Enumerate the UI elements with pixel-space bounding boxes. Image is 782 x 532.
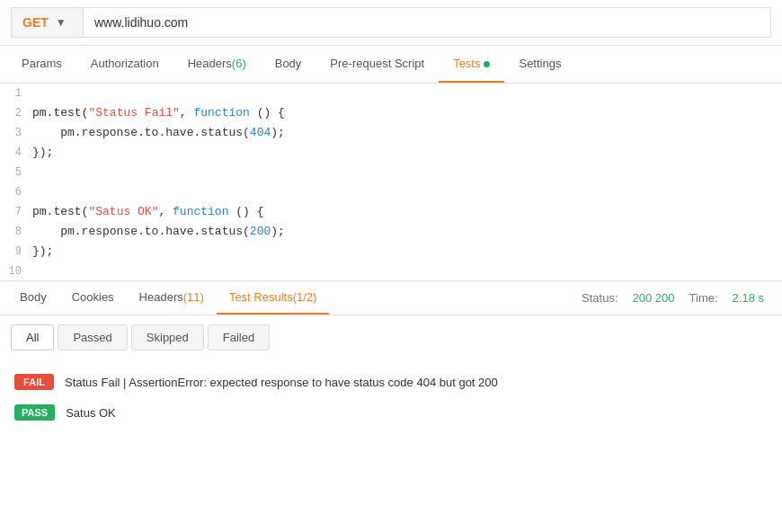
code-line: 2pm.test("Status Fail", function () {	[0, 103, 782, 123]
line-number: 1	[0, 84, 32, 103]
line-number: 9	[0, 242, 32, 262]
line-content: pm.response.to.have.status(404);	[32, 123, 782, 143]
tab-authorization[interactable]: Authorization	[76, 46, 173, 83]
time-value: 2.18 s	[733, 291, 764, 305]
response-tab-cookies[interactable]: Cookies	[59, 281, 127, 315]
line-number: 8	[0, 222, 32, 242]
code-line: 1	[0, 84, 782, 103]
line-number: 4	[0, 143, 32, 163]
response-headers-badge: (11)	[183, 290, 204, 304]
line-number: 3	[0, 123, 32, 143]
tab-params[interactable]: Params	[7, 46, 76, 83]
filter-passed[interactable]: Passed	[58, 324, 127, 350]
code-line: 3 pm.response.to.have.status(404);	[0, 123, 782, 143]
status-value: 200 200	[633, 291, 675, 305]
status-label: Status:	[582, 291, 618, 305]
code-line: 10	[0, 262, 782, 281]
line-number: 10	[0, 262, 32, 281]
code-line: 4});	[0, 143, 782, 163]
tab-headers[interactable]: Headers(6)	[173, 46, 261, 83]
code-line: 8 pm.response.to.have.status(200);	[0, 222, 782, 242]
filter-failed[interactable]: Failed	[208, 324, 270, 350]
line-number: 6	[0, 182, 32, 202]
filter-all[interactable]: All	[11, 324, 54, 350]
code-line: 5	[0, 163, 782, 182]
line-number: 7	[0, 202, 32, 222]
tab-tests[interactable]: Tests	[439, 46, 504, 83]
method-selector[interactable]: GET ▼	[11, 7, 83, 38]
line-content: });	[32, 242, 782, 262]
tab-settings[interactable]: Settings	[504, 46, 575, 83]
line-content: pm.test("Satus OK", function () {	[32, 202, 782, 222]
tab-prerequest[interactable]: Pre-request Script	[315, 46, 439, 83]
result-text: Status Fail | AssertionError: expected r…	[65, 376, 498, 389]
line-number: 2	[0, 103, 32, 123]
pass-badge: PASS	[14, 404, 55, 421]
method-arrow-icon: ▼	[56, 16, 67, 29]
fail-badge: FAIL	[14, 374, 54, 390]
code-line: 6	[0, 182, 782, 202]
url-bar: GET ▼	[0, 0, 782, 46]
filter-tabs: All Passed Skipped Failed	[0, 315, 782, 359]
test-result-row: FAILStatus Fail | AssertionError: expect…	[11, 367, 771, 397]
filter-skipped[interactable]: Skipped	[131, 324, 204, 350]
status-info: Status: 200 200 Time: 2.18 s	[582, 291, 775, 305]
result-text: Satus OK	[66, 406, 116, 420]
code-editor[interactable]: 12pm.test("Status Fail", function () {3 …	[0, 84, 782, 281]
headers-badge: (6)	[232, 57, 246, 70]
code-line: 7pm.test("Satus OK", function () {	[0, 202, 782, 222]
tab-body[interactable]: Body	[261, 46, 316, 83]
url-input[interactable]	[83, 7, 771, 38]
line-content: });	[32, 143, 782, 163]
method-label: GET	[22, 15, 49, 30]
response-tabs: Body Cookies Headers(11) Test Results(1/…	[0, 281, 782, 315]
top-tabs: Params Authorization Headers(6) Body Pre…	[0, 46, 782, 84]
time-label: Time:	[689, 291, 718, 305]
line-content: pm.test("Status Fail", function () {	[32, 103, 782, 123]
response-tab-testresults[interactable]: Test Results(1/2)	[217, 281, 330, 315]
tests-dot-icon	[484, 61, 490, 67]
test-result-row: PASSSatus OK	[11, 397, 771, 428]
line-content: pm.response.to.have.status(200);	[32, 222, 782, 242]
test-results: FAILStatus Fail | AssertionError: expect…	[0, 359, 782, 435]
response-tab-headers[interactable]: Headers(11)	[127, 281, 217, 315]
code-line: 9});	[0, 242, 782, 262]
testresults-badge: (1/2)	[293, 290, 317, 304]
response-tab-body[interactable]: Body	[7, 281, 59, 315]
line-number: 5	[0, 163, 32, 182]
